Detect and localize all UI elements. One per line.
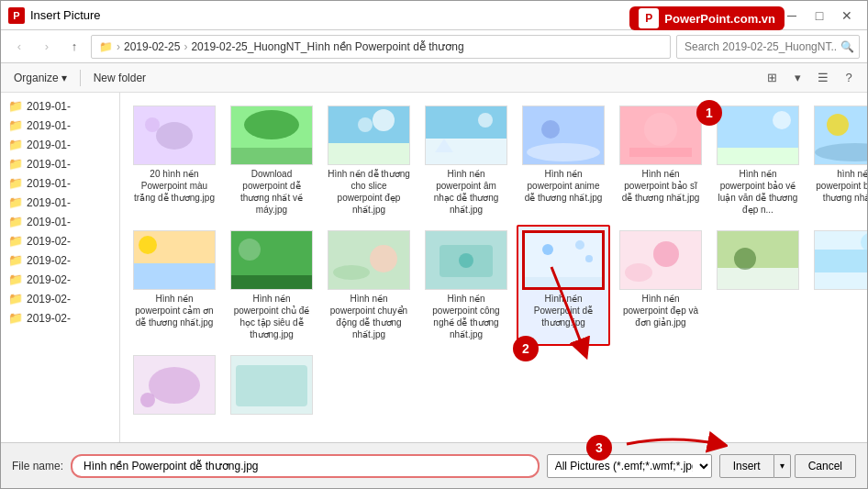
svg-point-4	[244, 110, 299, 139]
image-item[interactable]	[128, 350, 221, 423]
close-button[interactable]: ✕	[834, 3, 860, 28]
breadcrumb-path1[interactable]: 2019-02-25	[124, 40, 180, 53]
folder-label: 2019-02-	[27, 273, 71, 286]
folder-item[interactable]: 📁 2019-01-	[1, 96, 119, 116]
image-item[interactable]: Hình nền powerpoint chủ đề học tập siêu …	[225, 225, 318, 346]
folder-icon: 📁	[8, 292, 23, 306]
folder-icon: 📁	[8, 118, 23, 132]
image-item[interactable]: Hình nền powerpoint công nghề dễ thương …	[419, 225, 513, 346]
svg-point-45	[625, 263, 652, 282]
organize-label: Organize	[14, 72, 59, 84]
address-bar: ‹ › ↑ 📁 › 2019-02-25 › 2019-02-25_HuongN…	[1, 30, 867, 63]
up-button[interactable]: ↑	[63, 36, 85, 58]
file-name-input[interactable]	[71, 454, 540, 478]
image-thumbnail	[425, 230, 507, 290]
svg-rect-21	[718, 148, 798, 164]
image-item[interactable]	[225, 350, 318, 423]
image-label: Hình nền powerpoint bảo về luận văn dễ t…	[717, 168, 799, 216]
image-item[interactable]: hình nền powerpoint biển dễ thương nhất.…	[808, 100, 867, 221]
svg-rect-7	[328, 143, 409, 164]
view-toggle-button[interactable]: ⊞	[761, 67, 783, 89]
back-button[interactable]: ‹	[8, 36, 30, 58]
thumbnail-svg	[426, 106, 506, 164]
image-thumbnail	[425, 106, 507, 165]
insert-button[interactable]: Insert	[719, 454, 774, 478]
folder-item[interactable]: 📁 2019-01-	[1, 116, 119, 135]
folder-label: 2019-02-	[27, 312, 71, 325]
svg-rect-19	[629, 148, 692, 157]
image-item[interactable]: Hình nền powerpoint bảo sĩ dễ thương nhấ…	[614, 100, 707, 221]
image-item[interactable]: Hình nền powerpoint bảo về luận văn dễ t…	[711, 100, 805, 221]
svg-point-18	[644, 113, 677, 146]
breadcrumb[interactable]: 📁 › 2019-02-25 › 2019-02-25_HuongNT_Hình…	[91, 35, 671, 59]
dialog-title: Insert Picture	[30, 8, 101, 22]
image-thumbnail	[230, 106, 313, 165]
svg-point-30	[239, 239, 261, 261]
image-label: Hình nền powerpoint âm nhạc dễ thương nh…	[425, 168, 507, 216]
image-thumbnail	[522, 106, 605, 165]
image-thumbnail	[619, 230, 702, 290]
image-thumbnail	[133, 355, 216, 415]
folder-item[interactable]: 📁 2019-02-	[1, 270, 119, 289]
folder-item[interactable]: 📁 2019-01-	[1, 154, 119, 173]
image-item[interactable]	[808, 225, 867, 346]
image-thumbnail	[717, 230, 799, 290]
file-type-select[interactable]: All Pictures (*.emf;*.wmf;*.jpg;*	[547, 454, 712, 478]
insert-picture-dialog: P Insert Picture ─ □ ✕ ‹ › ↑ 📁 › 2019-02…	[0, 0, 868, 489]
maximize-button[interactable]: □	[807, 3, 832, 28]
thumbnail-svg	[718, 231, 798, 289]
folder-item[interactable]: 📁 2019-01-	[1, 135, 119, 154]
image-item[interactable]: Hình nền powerpoint cảm ơn dễ thương nhấ…	[128, 225, 221, 346]
image-item[interactable]	[711, 225, 805, 346]
insert-dropdown-arrow[interactable]: ▾	[774, 454, 791, 478]
image-item[interactable]: Hình nền powerpoint âm nhạc dễ thương nh…	[419, 100, 513, 221]
folder-item[interactable]: 📁 2019-01-	[1, 173, 119, 193]
svg-point-39	[542, 244, 553, 255]
image-item[interactable]: Hình nền powerpoint chuyển động dễ thươn…	[322, 225, 416, 346]
thumbnail-svg	[815, 231, 867, 289]
details-view-button[interactable]: ☰	[812, 67, 834, 89]
image-item[interactable]: Hình nền powerpoint đẹp và đơn giản.jpg	[614, 225, 707, 346]
folder-icon: 📁	[8, 176, 23, 190]
folder-icon: 📁	[8, 195, 23, 209]
view-dropdown-button[interactable]: ▾	[786, 67, 808, 89]
svg-rect-31	[231, 275, 312, 289]
help-button[interactable]: ?	[838, 67, 860, 89]
image-item[interactable]: 20 hình nền Powerpoint màu trắng dễ thươ…	[128, 100, 221, 221]
thumbnail-svg	[328, 106, 409, 164]
folder-label: 2019-02-	[27, 254, 71, 267]
image-item[interactable]: Hình nền dễ thương cho slice powerpoint …	[322, 100, 416, 221]
image-label: Download powerpoint dễ thương nhất về má…	[230, 168, 313, 216]
svg-point-34	[333, 265, 370, 280]
svg-rect-56	[236, 365, 307, 406]
folder-item[interactable]: 📁 2019-01-	[1, 193, 119, 212]
thumbnail-svg	[525, 231, 602, 289]
image-thumbnail	[133, 106, 216, 165]
new-folder-button[interactable]: New folder	[88, 69, 151, 87]
folder-label: 2019-01-	[27, 216, 71, 228]
image-item[interactable]: Download powerpoint dễ thương nhất về má…	[225, 100, 318, 221]
svg-point-2	[145, 117, 160, 132]
thumbnail-svg	[523, 106, 604, 164]
svg-rect-42	[525, 277, 602, 289]
cancel-button[interactable]: Cancel	[795, 454, 856, 478]
folder-item[interactable]: 📁 2019-02-	[1, 231, 119, 250]
folder-icon: 📁	[8, 234, 23, 248]
folder-item[interactable]: 📁 2019-02-	[1, 250, 119, 270]
image-thumbnail	[619, 106, 702, 165]
folder-item[interactable]: 📁 2019-02-	[1, 308, 119, 328]
svg-point-53	[149, 367, 200, 404]
image-item-selected[interactable]: Hình nền Powerpoint dễ thương.jpg	[517, 225, 610, 346]
thumbnail-svg	[134, 106, 215, 164]
image-thumbnail	[814, 106, 867, 165]
search-input[interactable]	[676, 35, 860, 59]
organize-button[interactable]: Organize ▾	[8, 69, 72, 87]
folder-label: 2019-01-	[27, 100, 71, 113]
image-grid-panel[interactable]: 20 hình nền Powerpoint màu trắng dễ thươ…	[120, 93, 867, 442]
image-item[interactable]: Hình nền powerpoint anime dễ thương nhất…	[517, 100, 610, 221]
breadcrumb-path2[interactable]: 2019-02-25_HuongNT_Hình nền Powerpoint d…	[191, 40, 463, 53]
toolbar: Organize ▾ New folder ⊞ ▾ ☰ ?	[1, 63, 867, 93]
folder-item[interactable]: 📁 2019-01-	[1, 212, 119, 231]
folder-item[interactable]: 📁 2019-02-	[1, 289, 119, 308]
forward-button[interactable]: ›	[36, 36, 58, 58]
